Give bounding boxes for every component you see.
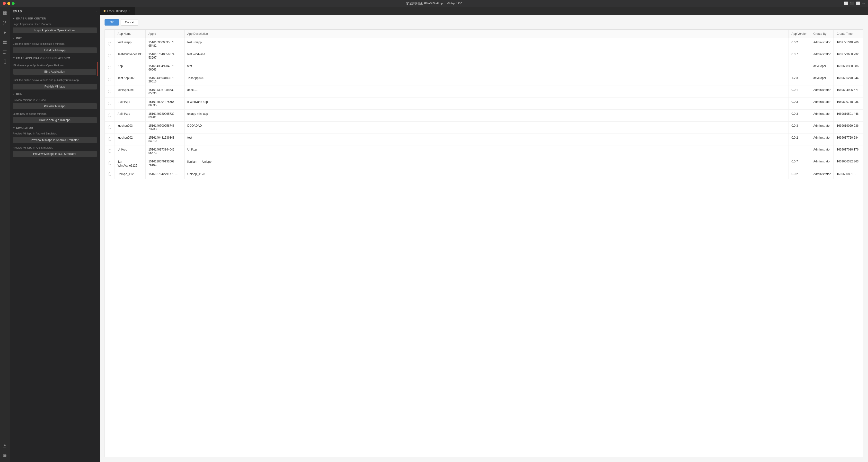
app-desc-1: test windvane: [184, 50, 788, 62]
radio-button-11[interactable]: [108, 173, 111, 176]
radio-button-10[interactable]: [108, 161, 111, 165]
app-version-5: 0.0.3: [788, 98, 810, 110]
table-row[interactable]: Test App 0021516143593403278 29513Test A…: [105, 74, 863, 86]
radio-button-8[interactable]: [108, 137, 111, 141]
ok-button[interactable]: OK: [104, 19, 119, 26]
tab-label: EMAS BindApp: [107, 9, 127, 13]
radio-button-3[interactable]: [108, 78, 111, 81]
chevron-down-icon: ▼: [13, 127, 15, 129]
row-radio-11[interactable]: [105, 170, 115, 179]
source-control-icon[interactable]: [0, 19, 9, 27]
tab-close-button[interactable]: ×: [129, 9, 130, 13]
sidebar: EMAS ··· ▼ EMAS USER CENTER Login Applic…: [10, 7, 100, 462]
table-row[interactable]: UniApp1516140373844042 05573UniAppAdmini…: [105, 146, 863, 157]
account-icon[interactable]: [0, 441, 9, 450]
settings-icon[interactable]: [0, 451, 9, 460]
notes-icon[interactable]: [0, 48, 9, 56]
mobile-icon[interactable]: [0, 57, 9, 66]
maximize-button[interactable]: [12, 2, 14, 5]
radio-button-9[interactable]: [108, 149, 111, 153]
publish-miniapp-button[interactable]: Publish Miniapp: [13, 84, 97, 90]
create-time-5: 1669620778 236: [834, 98, 863, 110]
svg-rect-2: [3, 13, 5, 15]
row-radio-7[interactable]: [105, 122, 115, 133]
row-radio-8[interactable]: [105, 133, 115, 146]
create-time-4: 1669634926 671: [834, 86, 863, 98]
row-radio-4[interactable]: [105, 86, 115, 98]
init-description: Click the button below to initialize a m…: [13, 42, 97, 46]
app-desc-5: b windvane app: [184, 98, 788, 110]
row-radio-5[interactable]: [105, 98, 115, 110]
table-row[interactable]: testUniapp1516169609835578 65482test uni…: [105, 38, 863, 50]
svg-point-5: [5, 21, 6, 22]
app-name-1: TestWindvane1130: [115, 50, 145, 62]
table-row[interactable]: luochen0021516140481236343 84910test0.0.…: [105, 133, 863, 146]
emas-bindapp-tab[interactable]: EMAS BindApp ×: [100, 7, 135, 15]
radio-button-7[interactable]: [108, 125, 111, 129]
app-table-container: App Name AppId App Description App Versi…: [104, 29, 863, 457]
section-init[interactable]: ▼ INIT: [10, 35, 100, 41]
app-desc-2: test: [184, 62, 788, 74]
split-icon[interactable]: ⬜: [856, 1, 860, 5]
table-row[interactable]: MiniAppOne1516143367988630 65093desc ...…: [105, 86, 863, 98]
create-by-6: Administrator: [810, 110, 834, 122]
app-name-4: MiniAppOne: [115, 86, 145, 98]
section-simulator[interactable]: ▼ SIMULATOR: [10, 125, 100, 131]
radio-button-4[interactable]: [108, 90, 111, 93]
initialize-miniapp-button[interactable]: Initialize Miniapp: [13, 48, 97, 53]
ios-simulator-button[interactable]: Preview Miniapp in iOS Simulator: [13, 151, 97, 157]
android-emulator-button[interactable]: Preview Miniapp in Android Emulator: [13, 137, 97, 143]
close-button[interactable]: [3, 2, 6, 5]
radio-button-0[interactable]: [108, 42, 111, 45]
preview-miniapp-button[interactable]: Preview Miniapp: [13, 103, 97, 109]
cancel-button[interactable]: Cancel: [121, 19, 138, 26]
extensions-icon[interactable]: [0, 38, 9, 47]
sidebar-more-icon[interactable]: ···: [94, 9, 97, 13]
radio-button-6[interactable]: [108, 114, 111, 117]
radio-button-1[interactable]: [108, 54, 111, 57]
more-icon[interactable]: ···: [862, 1, 865, 5]
radio-button-5[interactable]: [108, 102, 111, 105]
sidebar-toggle-icon[interactable]: ⬜: [844, 1, 848, 5]
app-version-0: 0.0.2: [788, 38, 810, 50]
minimize-button[interactable]: [7, 2, 10, 5]
section-run[interactable]: ▼ RUN: [10, 91, 100, 97]
row-radio-10[interactable]: [105, 157, 115, 170]
run-debug-icon[interactable]: [0, 28, 9, 37]
table-row[interactable]: AMiniApp1516140780065739 89901uniapp min…: [105, 110, 863, 122]
section-user-center[interactable]: ▼ EMAS USER CENTER: [10, 16, 100, 21]
create-by-4: Administrator: [810, 86, 834, 98]
create-by-11: Administrator: [810, 170, 834, 179]
table-row[interactable]: luochen0031516140700958748 73733DDDADAD0…: [105, 122, 863, 133]
row-radio-0[interactable]: [105, 38, 115, 50]
content-area: OK Cancel App Name AppId App Description…: [100, 15, 868, 462]
explorer-icon[interactable]: [0, 9, 9, 18]
dialog-panel: OK Cancel App Name AppId App Description…: [100, 15, 868, 462]
android-emulator-description: Preview Miniapp in Android Emulator.: [13, 132, 97, 135]
svg-rect-10: [3, 41, 5, 42]
svg-rect-1: [5, 11, 6, 13]
table-row[interactable]: UniApp_11281516137642791779 ...UniApp_11…: [105, 170, 863, 179]
layout-icon[interactable]: ⬛: [850, 1, 854, 5]
login-app-platform-button[interactable]: Login Application Open Platform: [13, 28, 97, 33]
app-table: App Name AppId App Description App Versi…: [105, 30, 863, 179]
table-row[interactable]: BMiniApp1516140994275556 06535b windvane…: [105, 98, 863, 110]
sidebar-header: EMAS ···: [10, 7, 100, 16]
table-row[interactable]: TestWindvane11301516167648656874 53697te…: [105, 50, 863, 62]
radio-button-2[interactable]: [108, 66, 111, 69]
debug-miniapp-button[interactable]: How to debug a miniapp: [13, 117, 97, 123]
section-app-platform[interactable]: ▼ EMAS APPLICATION OPEN PLATFORM: [10, 55, 100, 61]
row-radio-2[interactable]: [105, 62, 115, 74]
app-name-3: Test App 002: [115, 74, 145, 86]
chevron-down-icon: ▼: [13, 93, 15, 96]
table-row[interactable]: lian－WindVane11291516138579132062 76103l…: [105, 157, 863, 170]
app-version-9: [788, 146, 810, 157]
row-radio-1[interactable]: [105, 50, 115, 62]
row-radio-3[interactable]: [105, 74, 115, 86]
preview-description: Preview Miniapp in VSCode.: [13, 98, 97, 102]
app-version-1: 0.0.7: [788, 50, 810, 62]
bind-application-button[interactable]: Bind Application: [13, 69, 96, 75]
row-radio-6[interactable]: [105, 110, 115, 122]
table-row[interactable]: App1516143949204576 66563testdeveloper16…: [105, 62, 863, 74]
row-radio-9[interactable]: [105, 146, 115, 157]
